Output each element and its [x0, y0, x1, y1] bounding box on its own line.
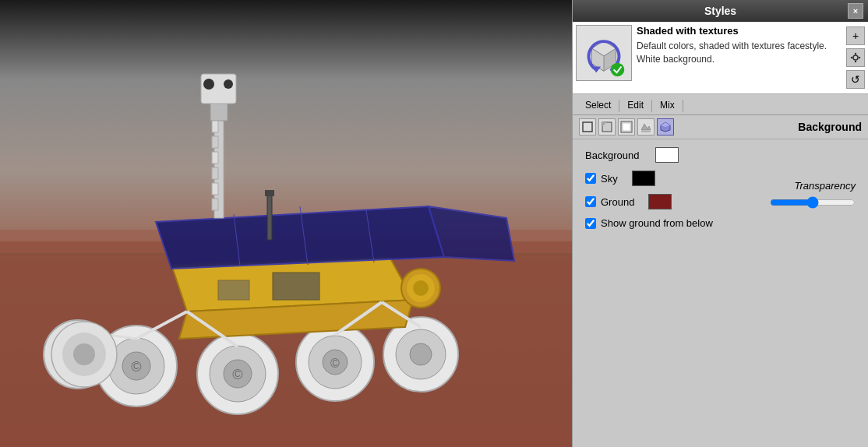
tab-edit[interactable]: Edit — [621, 97, 650, 114]
styles-titlebar: Styles × — [573, 0, 868, 22]
style-actions: + ↺ — [846, 25, 865, 90]
svg-text:©: © — [131, 359, 141, 375]
ground-color-swatch[interactable] — [648, 194, 672, 209]
style-preview-row: Shaded with textures Default colors, sha… — [573, 22, 868, 94]
style-info: Shaded with textures Default colors, sha… — [637, 25, 842, 90]
show-ground-label[interactable]: Show ground from below — [585, 217, 713, 229]
svg-point-60 — [855, 53, 856, 55]
tab-select[interactable]: Select — [579, 97, 617, 114]
rover-scene: © © © — [0, 0, 573, 447]
svg-text:©: © — [232, 367, 242, 382]
background-section: Background Sky Ground Transparency — [573, 139, 868, 245]
svg-marker-22 — [156, 206, 444, 269]
svg-point-16 — [410, 343, 432, 365]
face-style-icon[interactable] — [598, 118, 616, 136]
svg-rect-37 — [212, 199, 218, 210]
refresh-button[interactable]: ↺ — [846, 70, 865, 89]
3d-viewport[interactable]: © © © — [0, 0, 573, 447]
section-header-inline: Background — [798, 121, 862, 133]
svg-rect-39 — [265, 190, 274, 196]
close-button[interactable]: × — [848, 3, 863, 19]
svg-rect-48 — [273, 273, 319, 300]
sky-color-swatch[interactable] — [632, 171, 655, 186]
svg-rect-38 — [267, 193, 272, 240]
tab-mix[interactable]: Mix — [654, 97, 681, 114]
svg-point-47 — [413, 280, 429, 296]
icons-row: Background — [573, 115, 868, 139]
background-style-icon[interactable] — [618, 118, 635, 136]
tab-separator-3 — [683, 100, 683, 112]
modeling-style-icon[interactable] — [657, 118, 674, 136]
svg-rect-64 — [583, 122, 592, 132]
style-description: Default colors, shaded with textures fac… — [637, 40, 842, 66]
svg-rect-33 — [212, 136, 218, 148]
add-style-button[interactable]: + — [846, 26, 865, 45]
transparency-label: Transparency — [794, 180, 856, 192]
ground-label: Ground — [601, 196, 634, 208]
tabs-row: Select Edit Mix — [573, 94, 868, 115]
background-color-row: Background — [585, 147, 856, 163]
svg-rect-36 — [212, 183, 218, 195]
svg-point-30 — [203, 79, 214, 90]
style-name: Shaded with textures — [637, 25, 842, 37]
edge-style-icon[interactable] — [579, 118, 596, 136]
svg-point-63 — [859, 57, 860, 58]
svg-point-62 — [851, 57, 852, 58]
svg-text:©: © — [330, 357, 340, 370]
svg-rect-49 — [218, 280, 249, 300]
svg-rect-34 — [212, 152, 218, 164]
svg-rect-32 — [212, 121, 218, 132]
styles-panel: Styles × Shaded with textures Default co… — [572, 0, 868, 447]
tab-separator-2 — [651, 100, 652, 112]
tab-separator-1 — [619, 100, 619, 112]
svg-point-52 — [73, 343, 95, 365]
svg-point-59 — [853, 55, 858, 60]
background-color-swatch[interactable] — [655, 147, 679, 163]
ground-checkbox[interactable] — [585, 196, 596, 207]
show-ground-checkbox[interactable] — [585, 218, 596, 229]
background-label: Background — [585, 150, 647, 161]
settings-button[interactable] — [846, 48, 865, 67]
sky-label: Sky — [601, 173, 618, 185]
svg-point-31 — [224, 79, 233, 89]
svg-rect-28 — [210, 101, 228, 121]
svg-point-61 — [855, 61, 856, 62]
style-thumbnail[interactable] — [576, 25, 632, 81]
show-ground-text: Show ground from below — [601, 217, 713, 229]
ground-checkbox-label[interactable]: Ground — [585, 196, 634, 208]
watermark-style-icon[interactable] — [637, 118, 655, 136]
sky-checkbox[interactable] — [585, 173, 596, 184]
sky-checkbox-label[interactable]: Sky — [585, 173, 618, 185]
svg-rect-35 — [212, 167, 218, 179]
svg-point-58 — [611, 63, 625, 77]
svg-rect-68 — [623, 123, 630, 131]
transparency-slider[interactable] — [770, 197, 856, 208]
panel-title: Styles — [704, 5, 736, 17]
show-ground-row: Show ground from below — [585, 217, 856, 229]
ground-row: Ground Transparency — [585, 194, 856, 209]
